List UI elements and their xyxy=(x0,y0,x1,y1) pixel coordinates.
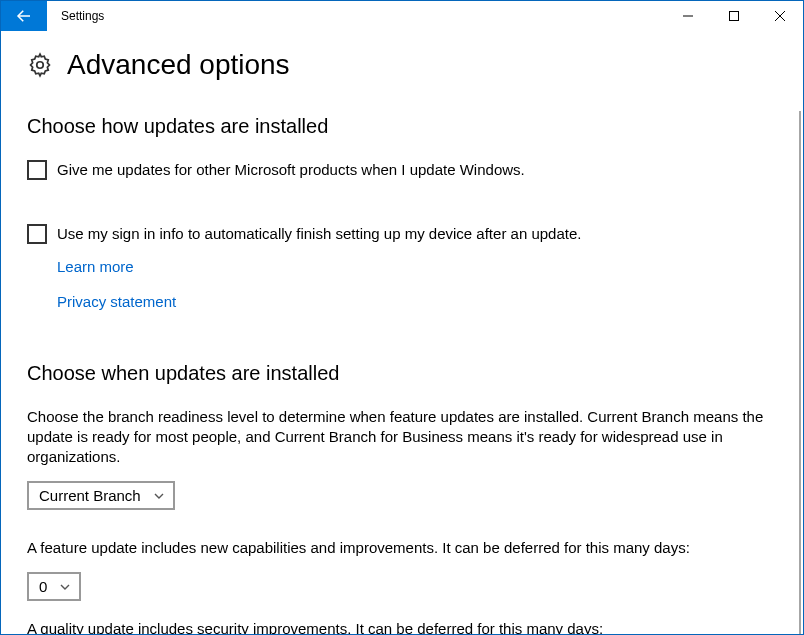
page-title: Advanced options xyxy=(67,49,290,81)
close-icon xyxy=(775,11,785,21)
content-area: Advanced options Choose how updates are … xyxy=(1,31,803,634)
privacy-statement-link[interactable]: Privacy statement xyxy=(57,293,176,310)
svg-point-5 xyxy=(37,62,44,69)
quality-defer-text: A quality update includes security impro… xyxy=(27,619,767,634)
maximize-button[interactable] xyxy=(711,1,757,31)
close-button[interactable] xyxy=(757,1,803,31)
back-button[interactable] xyxy=(1,1,47,31)
minimize-button[interactable] xyxy=(665,1,711,31)
section-how-heading: Choose how updates are installed xyxy=(27,115,777,138)
checkbox-row-signin: Use my sign in info to automatically fin… xyxy=(27,224,777,244)
chevron-down-icon xyxy=(153,490,165,502)
branch-description: Choose the branch readiness level to det… xyxy=(27,407,767,467)
maximize-icon xyxy=(729,11,739,21)
branch-dropdown-value: Current Branch xyxy=(39,487,141,504)
page-header: Advanced options xyxy=(27,49,777,81)
back-arrow-icon xyxy=(15,7,33,25)
branch-dropdown[interactable]: Current Branch xyxy=(27,481,175,510)
feature-defer-text: A feature update includes new capabiliti… xyxy=(27,538,767,558)
settings-window: Settings Advanced options Choose h xyxy=(0,0,804,635)
window-title: Settings xyxy=(47,1,665,31)
window-controls xyxy=(665,1,803,31)
checkbox-signin-label: Use my sign in info to automatically fin… xyxy=(57,224,581,244)
checkbox-ms-products-label: Give me updates for other Microsoft prod… xyxy=(57,160,525,180)
section-when-heading: Choose when updates are installed xyxy=(27,362,777,385)
learn-more-link[interactable]: Learn more xyxy=(57,258,134,275)
checkbox-signin[interactable] xyxy=(27,224,47,244)
feature-days-value: 0 xyxy=(39,578,47,595)
chevron-down-icon xyxy=(59,581,71,593)
minimize-icon xyxy=(683,11,693,21)
gear-icon xyxy=(27,52,53,78)
feature-days-dropdown[interactable]: 0 xyxy=(27,572,81,601)
checkbox-ms-products[interactable] xyxy=(27,160,47,180)
title-bar: Settings xyxy=(1,1,803,31)
scrollbar[interactable] xyxy=(799,111,801,634)
checkbox-row-ms-products: Give me updates for other Microsoft prod… xyxy=(27,160,777,180)
svg-rect-2 xyxy=(730,12,739,21)
